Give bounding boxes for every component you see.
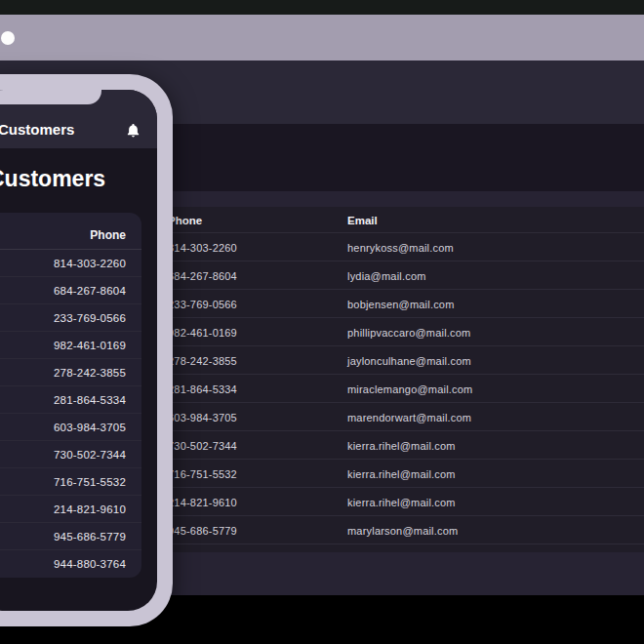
phone-cell: 214-821-9610 — [54, 503, 126, 515]
email-cell: marylarson@mail.com — [347, 525, 458, 537]
table-row: 🙂 278-242-3855 — [0, 359, 141, 386]
phone-screen: Customers Customers Phone — [0, 90, 157, 611]
table-row: 814-303-2260 — [0, 250, 141, 277]
phone-nav-title: Customers — [0, 121, 74, 138]
table-row: 730-502-7344 kierra.rihel@mail.com — [156, 431, 644, 460]
phone-cell: 945-686-5779 — [168, 525, 237, 537]
phone-page-title-band: Customers — [0, 148, 157, 213]
phone-cell: 278-242-3855 — [54, 367, 126, 379]
phone-cell: 233-769-0566 — [168, 299, 237, 310]
phone-cell: 944-880-3764 — [54, 558, 126, 570]
table-row: 🙂 214-821-9610 — [0, 496, 141, 523]
phone-cell: 281-864-5334 — [168, 383, 237, 395]
phone-cell: 603-984-3705 — [168, 412, 237, 423]
email-cell: kierra.rihel@mail.com — [347, 497, 456, 508]
email-cell: miraclemango@mail.com — [347, 383, 472, 395]
mockup-scene: Phone Email 814-303-2260 henrykoss@mail.… — [0, 0, 644, 644]
table-row: 684-267-8604 lydia@mail.com — [156, 262, 644, 290]
table-row: 730-502-7344 — [0, 441, 141, 468]
table-row: 982-461-0169 — [0, 332, 141, 359]
phone-cell: 281-864-5334 — [54, 394, 126, 406]
email-cell: kierra.rihel@mail.com — [347, 440, 456, 452]
table-row: 603-984-3705 marendorwart@mail.com — [156, 403, 644, 431]
email-cell: jaylonculhane@mail.com — [347, 355, 471, 367]
background-window-edge — [0, 0, 644, 15]
email-cell: bobjensen@mail.com — [347, 299, 455, 310]
phone-cell: 814-303-2260 — [54, 258, 126, 269]
table-row: 945-686-5779 marylarson@mail.com — [156, 516, 644, 544]
phone-cell: 814-303-2260 — [168, 242, 237, 254]
phone-cell: 278-242-3855 — [168, 355, 237, 367]
table-row: 716-751-5532 kierra.rihel@mail.com — [156, 460, 644, 488]
phone-customers-table: Phone 814-303-2260 🙂 684-267-8604 — [0, 213, 141, 578]
phone-cell: 214-821-9610 — [168, 497, 237, 508]
phone-cell: 603-984-3705 — [54, 422, 126, 433]
desktop-col-header-email: Email — [347, 215, 378, 226]
phone-cell: 730-502-7344 — [54, 449, 126, 461]
browser-titlebar — [0, 15, 644, 60]
table-row: 🙂 684-267-8604 — [0, 277, 141, 304]
phone-cell: 945-686-5779 — [54, 531, 126, 543]
phone-table-body: 814-303-2260 🙂 684-267-8604 233-769-0566 — [0, 250, 141, 578]
table-row: 281-864-5334 — [0, 386, 141, 414]
table-row: 278-242-3855 jaylonculhane@mail.com — [156, 346, 644, 375]
phone-cell: 684-267-8604 — [54, 285, 126, 297]
phone-notch — [0, 90, 101, 104]
email-cell: marendorwart@mail.com — [347, 412, 471, 423]
table-row: 🙂 603-984-3705 — [0, 414, 141, 441]
email-cell: lydia@mail.com — [347, 270, 426, 282]
phone-mockup-frame: Customers Customers Phone — [0, 74, 173, 626]
phone-cell: 716-751-5532 — [168, 468, 237, 480]
table-row: 🙂 716-751-5532 — [0, 468, 141, 496]
table-row: 945-686-5779 — [0, 523, 141, 550]
phone-cell: 982-461-0169 — [54, 340, 126, 351]
email-cell: kierra.rihel@mail.com — [347, 468, 456, 480]
table-row: 233-769-0566 bobjensen@mail.com — [156, 290, 644, 318]
table-row: 281-864-5334 miraclemango@mail.com — [156, 375, 644, 403]
phone-cell: 684-267-8604 — [168, 270, 237, 282]
phone-cell: 982-461-0169 — [168, 327, 237, 339]
phone-table-header-row: Phone — [0, 213, 141, 250]
table-row: 982-461-0169 phillipvaccaro@mail.com — [156, 318, 644, 346]
desktop-table-header-row: Phone Email — [156, 207, 644, 233]
phone-cell: 716-751-5532 — [54, 476, 126, 488]
phone-page-title: Customers — [0, 166, 105, 192]
email-cell: henrykoss@mail.com — [347, 242, 454, 254]
table-row: 🙂 944-880-3764 — [0, 550, 141, 578]
desktop-customers-table: Phone Email 814-303-2260 henrykoss@mail.… — [156, 207, 644, 552]
table-row: 233-769-0566 — [0, 304, 141, 332]
table-row: 814-303-2260 henrykoss@mail.com — [156, 233, 644, 262]
window-control-dot[interactable] — [1, 31, 15, 45]
desktop-col-header-phone: Phone — [168, 215, 202, 226]
phone-col-header-phone: Phone — [90, 228, 126, 242]
email-cell: phillipvaccaro@mail.com — [347, 327, 470, 339]
table-row: 214-821-9610 kierra.rihel@mail.com — [156, 488, 644, 516]
phone-cell: 730-502-7344 — [168, 440, 237, 452]
phone-cell: 233-769-0566 — [54, 312, 126, 324]
bell-icon[interactable] — [125, 122, 141, 140]
desktop-table-body: 814-303-2260 henrykoss@mail.com 684-267-… — [156, 233, 644, 544]
